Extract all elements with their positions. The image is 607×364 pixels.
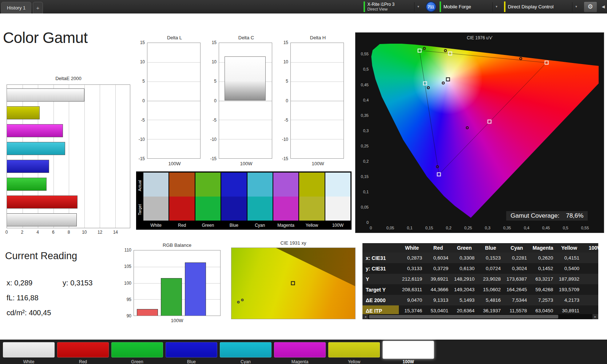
y-tick-label: -15 <box>139 156 145 161</box>
x-tick-label: 12 <box>98 230 102 235</box>
cell: 0,6130 <box>451 266 477 271</box>
deltaH-chart: Delta H151050-5-10-15100W <box>278 35 345 166</box>
swatch-row-labels: ActualTarget <box>136 173 143 230</box>
cell: 0,2873 <box>399 255 425 261</box>
x-tick-label: 0,4 <box>524 226 529 230</box>
settings-button[interactable]: ⚙ <box>584 1 597 12</box>
chevron-down-icon[interactable]: ▼ <box>492 2 501 12</box>
pattern-source-dropdown[interactable]: Mobile Forge ▼ <box>440 0 501 13</box>
pattern-button-green[interactable]: Green <box>111 342 163 364</box>
table-scrollbar[interactable]: ◄► <box>362 314 598 319</box>
gridline <box>84 85 85 228</box>
measured-marker-red <box>519 57 522 60</box>
cell: 5,1493 <box>451 297 477 303</box>
cell: 63,0450 <box>530 308 556 313</box>
actual-swatch <box>325 173 350 197</box>
gridline <box>291 139 344 139</box>
cie1931-plot <box>231 248 356 319</box>
x-tick-label: 0 <box>5 230 8 235</box>
y-tick-label: 5 <box>142 79 145 84</box>
meter-name: X-Rite i1Pro 3 <box>368 2 395 7</box>
table-row-y[interactable]: Y212,611939,6921148,291023,9028173,63876… <box>362 274 598 284</box>
target-marker-white <box>446 78 450 82</box>
column-header-yellow: Yellow <box>556 245 582 251</box>
x-tick-label: 0,05 <box>386 226 394 230</box>
pattern-button-yellow[interactable]: Yellow <box>328 342 380 364</box>
cell: 40 <box>582 276 598 282</box>
rgb-y-axis: 1101051009590 <box>123 250 134 316</box>
y-tick-label: 110 <box>124 248 131 253</box>
bar-100w <box>7 88 84 102</box>
deltae2000-plot <box>7 84 130 228</box>
pattern-button-white[interactable]: White <box>3 342 55 364</box>
deltae2000-title: DeltaE 2000 <box>7 76 130 81</box>
gridline <box>134 267 220 267</box>
pattern-button-red[interactable]: Red <box>57 342 109 364</box>
cell: 0,2 <box>582 255 598 261</box>
pattern-button-cyan[interactable]: Cyan <box>220 342 271 364</box>
y-tick-label: 0 <box>286 98 288 103</box>
collapse-arrow-icon[interactable]: ◀ <box>600 4 606 9</box>
cie1976-chart: CIE 1976 u'v' Gamut Coverage: 78,6% 00,0… <box>355 32 604 233</box>
cell: 0,2620 <box>530 255 556 261</box>
chevron-down-icon[interactable]: ▼ <box>414 2 422 12</box>
deltaC-title: Delta C <box>219 35 273 40</box>
swatch-label: Cyan <box>247 221 273 230</box>
cell: 0,3308 <box>451 255 477 261</box>
x-tick-label: 0,5 <box>563 226 568 230</box>
target-marker-magenta <box>488 120 492 124</box>
table-row-target-y[interactable]: Target Y208,631144,3666149,204315,060216… <box>362 284 598 295</box>
pattern-button-magenta[interactable]: Magenta <box>274 342 326 364</box>
bar-yellow <box>7 106 40 119</box>
deltaC-chart: Delta C151050-5-10-15100W <box>206 35 273 166</box>
bottom-strip: WhiteRedGreenBlueCyanMagentaYellow100W ▲… <box>0 340 607 364</box>
cell: 20,6364 <box>451 308 477 313</box>
scrollbar-thumb[interactable] <box>369 315 558 318</box>
cie1976-title: CIE 1976 u'v' <box>356 35 604 40</box>
y-tick-label: 10 <box>140 59 145 64</box>
meter-dropdown[interactable]: X-Rite i1Pro 3 Direct View ▼ <box>364 0 422 13</box>
table-row-y-cie31[interactable]: y: CIE310,31330,37290,61300,07240,30240,… <box>362 263 598 274</box>
gridline <box>147 62 200 63</box>
pattern-swatch <box>111 342 163 357</box>
y-tick-label: 0 <box>142 98 145 103</box>
pattern-button-blue[interactable]: Blue <box>166 342 217 364</box>
cell: 0,1523 <box>477 255 504 261</box>
source-status-indicator <box>440 1 441 12</box>
table-row-x-cie31[interactable]: x: CIE310,28730,60340,33080,15230,22810,… <box>362 253 598 263</box>
chevron-down-icon[interactable]: ▼ <box>572 2 580 12</box>
pattern-swatch <box>328 342 380 357</box>
column-header-magenta: Magenta <box>530 245 556 251</box>
deltaH-x-label: 100W <box>291 161 345 166</box>
x-tick-label: 0,45 <box>542 226 550 230</box>
swatch-label: Magenta <box>273 221 298 230</box>
scroll-right-icon[interactable]: ► <box>592 314 598 319</box>
cell: 39,6921 <box>425 276 451 282</box>
table-row--e-2000[interactable]: ΔE 20009,04709,13135,14935,48167,53447,2… <box>362 295 598 305</box>
reading-x: x: 0,289 <box>7 279 32 287</box>
add-tab-button[interactable]: + <box>33 2 43 13</box>
swatch-label: Green <box>195 221 221 230</box>
x-tick-label: 0,2 <box>446 226 451 230</box>
meter-status-indicator <box>364 1 365 12</box>
cell: 10 <box>582 297 598 303</box>
y-tick-label: 0,5 <box>356 67 369 71</box>
pattern-button-100w[interactable]: 100W <box>382 342 434 364</box>
tab-history-1[interactable]: History 1 <box>1 2 31 13</box>
meter-count-badge: 711 <box>426 1 436 12</box>
y-tick-label: 100 <box>124 281 131 286</box>
column-header-cyan: Cyan <box>504 245 530 251</box>
cell: 59,4268 <box>530 287 556 292</box>
column-header-blue: Blue <box>477 245 504 251</box>
display-control-dropdown[interactable]: Direct Display Control ▼ <box>504 0 580 13</box>
measured-marker <box>237 301 240 303</box>
target-marker-blue <box>437 173 441 177</box>
target-marker-red <box>544 61 548 65</box>
scroll-left-icon[interactable]: ◄ <box>362 314 368 319</box>
delta-lch-charts: Delta L151050-5-10-15100WDelta C151050-5… <box>135 35 345 166</box>
column-header-green: Green <box>451 245 477 251</box>
x-tick-label: 10 <box>82 230 87 235</box>
pattern-swatch <box>220 342 271 357</box>
gamut-coverage-readout: Gamut Coverage: 78,6% <box>506 211 588 221</box>
column-header-100w: 100W <box>582 245 598 251</box>
